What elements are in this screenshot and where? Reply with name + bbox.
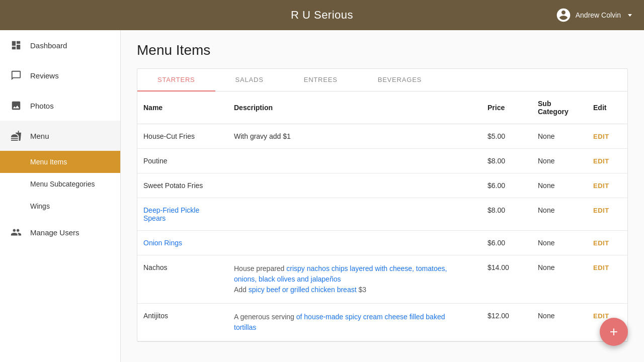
cell-price: $6.00 [481,231,532,255]
reviews-icon [10,69,22,81]
cell-subcategory: None [532,255,587,304]
content-area: Menu Items STARTERS SALADS ENTREES BEVER… [121,30,644,362]
sidebar-item-photos-label: Photos [30,102,54,110]
sidebar-item-dashboard-label: Dashboard [30,41,67,50]
chevron-down-icon [628,14,632,17]
manage-users-icon [10,226,22,238]
cell-name: Poutine [137,149,228,173]
edit-button[interactable]: EDIT [593,157,609,165]
table-row: Onion Rings$6.00NoneEDIT [137,231,627,255]
top-header: R U Serious Andrew Colvin [0,0,644,30]
sidebar-item-manage-users-label: Manage Users [30,228,79,237]
cell-subcategory: None [532,124,587,149]
user-menu[interactable]: Andrew Colvin [555,7,632,23]
cell-subcategory: None [532,304,587,341]
dashboard-icon [10,39,22,51]
table-row: NachosHouse prepared crispy nachos chips… [137,255,627,304]
col-header-description: Description [228,92,481,124]
sidebar-item-reviews-label: Reviews [30,71,59,80]
cell-subcategory: None [532,231,587,255]
cell-name: Deep-Fried Pickle Spears [137,198,228,231]
app-title: R U Serious [291,9,353,22]
table-row: House-Cut FriesWith gravy add $1$5.00Non… [137,124,627,149]
item-name-link[interactable]: Onion Rings [143,239,182,247]
cell-name: Onion Rings [137,231,228,255]
cell-description [228,198,481,231]
edit-button[interactable]: EDIT [593,239,609,247]
cell-price: $14.00 [481,255,532,304]
cell-edit: EDIT [587,124,627,149]
tab-starters[interactable]: STARTERS [137,69,215,92]
cell-description: House prepared crispy nachos chips layer… [228,255,481,304]
sidebar-item-manage-users[interactable]: Manage Users [0,217,120,247]
edit-button[interactable]: EDIT [593,182,609,190]
sidebar-item-dashboard[interactable]: Dashboard [0,30,120,60]
cell-description [228,173,481,198]
account-icon [555,7,572,23]
col-header-subcategory: SubCategory [532,92,587,124]
cell-subcategory: None [532,198,587,231]
cell-price: $12.00 [481,304,532,341]
sidebar-item-wings[interactable]: Wings [0,195,120,217]
cell-price: $8.00 [481,149,532,173]
col-header-price: Price [481,92,532,124]
table-row: AntijitosA generous serving of house-mad… [137,304,627,341]
cell-subcategory: None [532,173,587,198]
cell-description: With gravy add $1 [228,124,481,149]
table-row: Sweet Potato Fries$6.00NoneEDIT [137,173,627,198]
sidebar-item-menu-items[interactable]: Menu Items [0,151,120,173]
menu-table: Name Description Price SubCategory Edit … [137,92,627,341]
page-title: Menu Items [137,42,628,58]
sidebar-item-reviews[interactable]: Reviews [0,60,120,90]
col-header-edit: Edit [587,92,627,124]
plus-icon: + [610,324,618,340]
tabs-header: STARTERS SALADS ENTREES BEVERAGES [137,69,627,92]
sidebar-item-menu-label: Menu [30,132,49,140]
sidebar: Dashboard Reviews Photos [0,30,121,362]
table-row: Poutine$8.00NoneEDIT [137,149,627,173]
tabs-container: STARTERS SALADS ENTREES BEVERAGES Name D… [137,68,628,342]
tab-entrees[interactable]: ENTREES [284,69,358,92]
tab-salads[interactable]: SALADS [215,69,284,92]
photos-icon [10,100,22,112]
col-header-name: Name [137,92,228,124]
sidebar-item-menu[interactable]: Menu [0,121,120,151]
cell-description [228,231,481,255]
user-name-label: Andrew Colvin [576,11,621,19]
cell-price: $6.00 [481,173,532,198]
cell-edit: EDIT [587,231,627,255]
sidebar-item-photos[interactable]: Photos [0,90,120,121]
cell-edit: EDIT [587,198,627,231]
cell-name: Antijitos [137,304,228,341]
cell-name: Sweet Potato Fries [137,173,228,198]
cell-description [228,149,481,173]
cell-description: A generous serving of house-made spicy c… [228,304,481,341]
edit-button[interactable]: EDIT [593,264,609,272]
tab-beverages[interactable]: BEVERAGES [358,69,442,92]
edit-button[interactable]: EDIT [593,312,609,320]
cell-subcategory: None [532,149,587,173]
sidebar-item-menu-subcategories[interactable]: Menu Subcategories [0,173,120,195]
item-name-link[interactable]: Deep-Fried Pickle Spears [143,206,199,222]
cell-price: $5.00 [481,124,532,149]
cell-price: $8.00 [481,198,532,231]
cell-name: House-Cut Fries [137,124,228,149]
edit-button[interactable]: EDIT [593,133,609,140]
edit-button[interactable]: EDIT [593,207,609,214]
add-menu-item-button[interactable]: + [600,318,628,346]
cell-edit: EDIT [587,149,627,173]
table-row: Deep-Fried Pickle Spears$8.00NoneEDIT [137,198,627,231]
cell-name: Nachos [137,255,228,304]
menu-icon [10,130,22,142]
sidebar-sub-menu: Menu Items Menu Subcategories Wings [0,151,120,217]
cell-edit: EDIT [587,255,627,304]
cell-edit: EDIT [587,173,627,198]
